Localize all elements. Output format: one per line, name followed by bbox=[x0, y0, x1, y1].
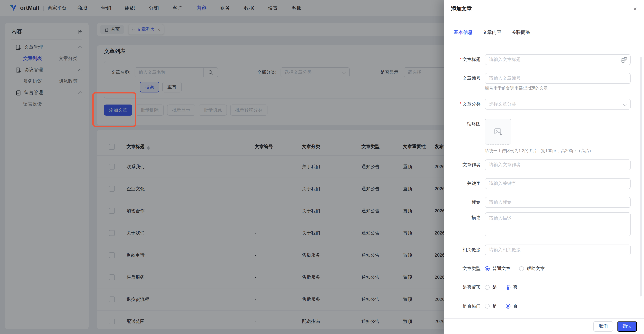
radio-hot-no[interactable]: 否 bbox=[506, 303, 518, 309]
translate-icon[interactable]: A 中 bbox=[620, 56, 627, 65]
is-hot-label: 是否热门 bbox=[446, 301, 480, 312]
article-type-label: 文章类型 bbox=[446, 263, 480, 274]
author-placeholder: 请输入文章作者 bbox=[485, 162, 524, 168]
keyword-placeholder: 请输入关键字 bbox=[485, 180, 520, 187]
article-title-label: 文章标题 bbox=[462, 57, 480, 62]
drawer-tab-文章内容[interactable]: 文章内容 bbox=[482, 29, 501, 35]
article-category-placeholder: 选择文章分类 bbox=[485, 101, 520, 107]
radio-top-no[interactable]: 否 bbox=[506, 284, 518, 291]
thumbnail-upload[interactable] bbox=[485, 119, 511, 145]
thumbnail-hint: 请统一上传比例为1:2的图片，宽100px，高200px（高清） bbox=[485, 148, 630, 154]
chevron-down-icon bbox=[623, 103, 627, 107]
article-type-radio-group: 普通文章 帮助文章 bbox=[485, 263, 630, 274]
radio-top-yes[interactable]: 是 bbox=[485, 284, 497, 291]
drawer-tabs: 基本信息文章内容关联商品 bbox=[454, 29, 530, 35]
drawer-header: 添加文章 × bbox=[444, 0, 644, 18]
image-plus-icon bbox=[494, 127, 502, 136]
radio-help-article[interactable]: 帮助文章 bbox=[519, 266, 545, 272]
related-link-input[interactable]: 请输入相关链接 bbox=[485, 245, 630, 255]
radio-normal-article[interactable]: 普通文章 bbox=[485, 266, 510, 272]
cancel-button[interactable]: 取消 bbox=[593, 321, 613, 332]
article-no-hint: 编号用于前台调用某些指定的文章 bbox=[485, 85, 630, 91]
add-article-drawer: 添加文章 × 基本信息文章内容关联商品 *文章标题 请输入文章标题 A bbox=[444, 0, 644, 334]
description-placeholder: 请输入描述 bbox=[485, 213, 515, 221]
author-label: 文章作者 bbox=[446, 160, 480, 170]
thumbnail-label: 缩略图 bbox=[446, 119, 480, 129]
drawer-tabs-divider bbox=[454, 41, 630, 41]
screen: ortMall 商家平台 商城营销组织分销客户内容财务数据设置客服 内容 文章管… bbox=[0, 0, 644, 334]
article-category-select[interactable]: 选择文章分类 bbox=[485, 99, 630, 110]
radio-icon bbox=[506, 285, 510, 290]
related-link-label: 相关链接 bbox=[446, 245, 480, 255]
is-top-radio-group: 是 否 bbox=[485, 282, 630, 293]
keyword-input[interactable]: 请输入关键字 bbox=[485, 178, 630, 189]
description-textarea[interactable]: 请输入描述 bbox=[485, 212, 630, 236]
author-input[interactable]: 请输入文章作者 bbox=[485, 160, 630, 170]
tag-input[interactable]: 请输入标签 bbox=[485, 197, 630, 208]
confirm-button[interactable]: 确认 bbox=[617, 321, 637, 332]
is-top-label: 是否置顶 bbox=[446, 282, 480, 293]
drawer-tab-关联商品[interactable]: 关联商品 bbox=[512, 29, 530, 35]
drawer-title: 添加文章 bbox=[451, 5, 472, 12]
radio-hot-yes[interactable]: 是 bbox=[485, 303, 497, 309]
drawer-footer: 取消 确认 bbox=[444, 318, 644, 334]
drawer-tab-基本信息[interactable]: 基本信息 bbox=[454, 29, 472, 35]
drawer-scrollbar[interactable] bbox=[640, 57, 642, 297]
article-no-input[interactable]: 请输入文章编号 bbox=[485, 73, 630, 84]
article-category-label: 文章分类 bbox=[462, 102, 480, 107]
article-title-input[interactable]: 请输入文章标题 A 中 bbox=[485, 54, 630, 65]
radio-icon bbox=[485, 304, 490, 309]
highlight-annotation-box bbox=[92, 92, 136, 127]
svg-text:中: 中 bbox=[626, 58, 627, 60]
radio-icon bbox=[485, 266, 490, 271]
radio-icon bbox=[506, 304, 510, 309]
related-link-placeholder: 请输入相关链接 bbox=[485, 247, 524, 253]
tag-placeholder: 请输入标签 bbox=[485, 199, 515, 205]
tag-label: 标签 bbox=[446, 197, 480, 208]
is-hot-radio-group: 是 否 bbox=[485, 301, 630, 312]
article-no-label: 文章编号 bbox=[446, 73, 480, 84]
radio-icon bbox=[519, 266, 524, 271]
radio-icon bbox=[485, 285, 490, 290]
keyword-label: 关键字 bbox=[446, 178, 480, 189]
description-label: 描述 bbox=[446, 212, 480, 223]
article-title-placeholder: 请输入文章标题 bbox=[485, 57, 524, 63]
article-no-placeholder: 请输入文章编号 bbox=[485, 75, 524, 81]
drawer-close-icon[interactable]: × bbox=[633, 6, 637, 12]
